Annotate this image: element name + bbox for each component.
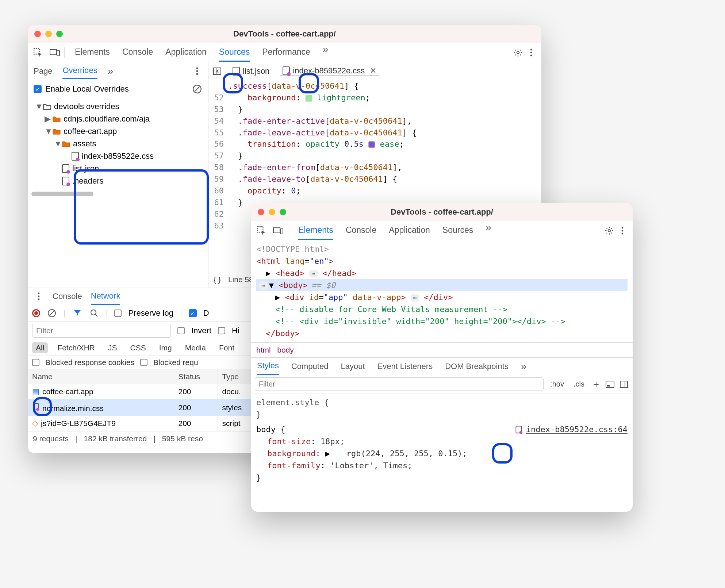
svg-point-15 xyxy=(38,296,40,297)
window-title: DevTools - coffee-cart.app/ xyxy=(251,207,633,217)
tree-folder-root[interactable]: ▼ devtools overrides xyxy=(31,100,208,113)
hov-toggle[interactable]: :hov xyxy=(547,379,567,389)
settings-icon[interactable] xyxy=(513,47,523,58)
enable-overrides-checkbox[interactable]: ✓ xyxy=(34,85,42,93)
close-tab-icon[interactable]: ✕ xyxy=(370,66,376,76)
drawer-tab-console[interactable]: Console xyxy=(53,289,82,304)
settings-icon[interactable] xyxy=(604,226,614,236)
file-override-icon xyxy=(72,152,79,161)
breadcrumb[interactable]: html body xyxy=(251,342,633,357)
svg-point-14 xyxy=(38,293,40,295)
device-toolbar-icon[interactable] xyxy=(50,47,60,58)
tab-console[interactable]: Console xyxy=(122,43,153,62)
inspect-icon[interactable] xyxy=(33,47,43,58)
dom-doctype: <!DOCTYPE html> xyxy=(256,243,628,255)
filter-input[interactable] xyxy=(32,324,171,338)
tab-elements[interactable]: Elements xyxy=(75,43,110,62)
titlebar: DevTools - coffee-cart.app/ xyxy=(251,203,633,221)
new-style-rule-icon[interactable]: ＋ xyxy=(591,379,601,389)
file-tree: ▼ devtools overrides ▶ cdnjs.cloudflare.… xyxy=(28,98,208,189)
col-status[interactable]: Status xyxy=(174,369,218,384)
drawer-tab-network[interactable]: Network xyxy=(91,288,120,305)
blocked-cookies-checkbox[interactable] xyxy=(32,359,39,366)
svg-point-27 xyxy=(622,232,624,234)
tree-folder-assets[interactable]: ▼ assets xyxy=(31,138,208,150)
tab-application[interactable]: Application xyxy=(165,43,207,62)
overrides-sidebar: ✓ Enable Local Overrides ▼ devtools over… xyxy=(28,80,208,288)
svg-rect-1 xyxy=(50,50,57,55)
document-icon: ▤ xyxy=(32,387,39,396)
kebab-menu-icon[interactable] xyxy=(34,291,44,301)
svg-rect-2 xyxy=(57,51,60,56)
styles-filter-input[interactable] xyxy=(255,377,544,391)
chip-all[interactable]: All xyxy=(32,342,48,353)
col-name[interactable]: Name xyxy=(28,369,174,384)
tab-sources[interactable]: Sources xyxy=(442,222,473,240)
invert-checkbox[interactable] xyxy=(177,327,185,334)
tab-performance[interactable]: Performance xyxy=(262,43,310,62)
kebab-menu-icon[interactable] xyxy=(526,47,536,58)
tree-folder[interactable]: ▼ coffee-cart.app xyxy=(31,125,208,138)
toggle-sidebar-icon[interactable] xyxy=(619,379,629,389)
scrollbar-horizontal[interactable] xyxy=(31,192,93,196)
window-title: DevTools - coffee-cart.app/ xyxy=(28,29,541,39)
svg-point-26 xyxy=(622,230,624,231)
svg-line-20 xyxy=(95,314,97,316)
cls-toggle[interactable]: .cls xyxy=(571,379,587,389)
tab-sources[interactable]: Sources xyxy=(219,43,250,62)
hide-dataurls-checkbox[interactable] xyxy=(218,327,225,334)
main-toolbar: Elements Console Application Sources Per… xyxy=(28,43,541,62)
more-subtabs-icon[interactable]: » xyxy=(108,65,112,77)
tab-application[interactable]: Application xyxy=(389,222,430,240)
main-toolbar: Elements Console Application Sources » xyxy=(251,221,633,240)
filter-icon[interactable] xyxy=(72,308,83,318)
tree-file[interactable]: index-b859522e.css xyxy=(31,150,208,162)
record-icon[interactable] xyxy=(32,309,40,317)
source-link[interactable]: index-b859522e.css:64 xyxy=(515,423,628,435)
clear-config-icon[interactable] xyxy=(192,84,202,94)
styles-filter-row: :hov .cls ＋ xyxy=(251,375,633,393)
tab-console[interactable]: Console xyxy=(346,222,376,240)
blocked-requests-checkbox[interactable] xyxy=(140,359,147,366)
styles-tab-styles[interactable]: Styles xyxy=(257,357,279,375)
tab-elements[interactable]: Elements xyxy=(298,222,333,240)
computed-toggle-icon[interactable] xyxy=(605,379,615,389)
sources-subtoolbar: Page Overrides » list.json index-b859522… xyxy=(28,62,541,80)
styles-body[interactable]: element.style { } body { index-b859522e.… xyxy=(251,393,633,487)
kebab-menu-icon[interactable] xyxy=(192,66,202,76)
inspect-icon[interactable] xyxy=(256,226,266,236)
more-tabs-icon[interactable]: » xyxy=(521,361,526,372)
kebab-menu-icon[interactable] xyxy=(617,226,628,236)
dom-tree[interactable]: <!DOCTYPE html> <html lang="en"> ▶ <head… xyxy=(251,240,633,342)
editor-tab-indexcss[interactable]: index-b859522e.css ✕ xyxy=(280,66,379,76)
tree-file[interactable]: .headers xyxy=(31,175,208,187)
preserve-log-label: Preserve log xyxy=(128,308,173,318)
titlebar: DevTools - coffee-cart.app/ xyxy=(28,25,541,43)
more-tabs-icon[interactable]: » xyxy=(486,222,490,240)
clear-icon[interactable] xyxy=(47,308,57,318)
styles-tab-computed[interactable]: Computed xyxy=(291,358,329,375)
subtab-page[interactable]: Page xyxy=(34,64,52,79)
pretty-print-icon[interactable]: { } xyxy=(214,275,221,284)
device-toolbar-icon[interactable] xyxy=(273,226,283,236)
svg-point-5 xyxy=(530,51,532,53)
svg-rect-22 xyxy=(273,228,280,233)
styles-tab-dombp[interactable]: DOM Breakpoints xyxy=(445,358,509,375)
chip-font[interactable]: Font xyxy=(215,342,238,353)
styles-tab-layout[interactable]: Layout xyxy=(341,358,365,375)
chip-img[interactable]: Img xyxy=(156,342,176,353)
tree-folder[interactable]: ▶ cdnjs.cloudflare.com/aja xyxy=(31,113,208,125)
chip-js[interactable]: JS xyxy=(104,342,121,353)
search-icon[interactable] xyxy=(89,308,99,318)
chip-fetch[interactable]: Fetch/XHR xyxy=(54,342,99,353)
chip-css[interactable]: CSS xyxy=(127,342,150,353)
editor-tab-listjson[interactable]: list.json xyxy=(230,66,272,76)
chip-media[interactable]: Media xyxy=(181,342,210,353)
preserve-log-checkbox[interactable] xyxy=(114,310,122,317)
styles-tab-listeners[interactable]: Event Listeners xyxy=(377,358,433,375)
subtab-overrides[interactable]: Overrides xyxy=(62,63,97,79)
tree-file[interactable]: list.json xyxy=(31,162,208,175)
more-tabs-icon[interactable]: » xyxy=(323,43,327,62)
toggle-navigator-icon[interactable] xyxy=(212,66,222,76)
disable-cache-checkbox[interactable]: ✓ xyxy=(189,309,197,317)
